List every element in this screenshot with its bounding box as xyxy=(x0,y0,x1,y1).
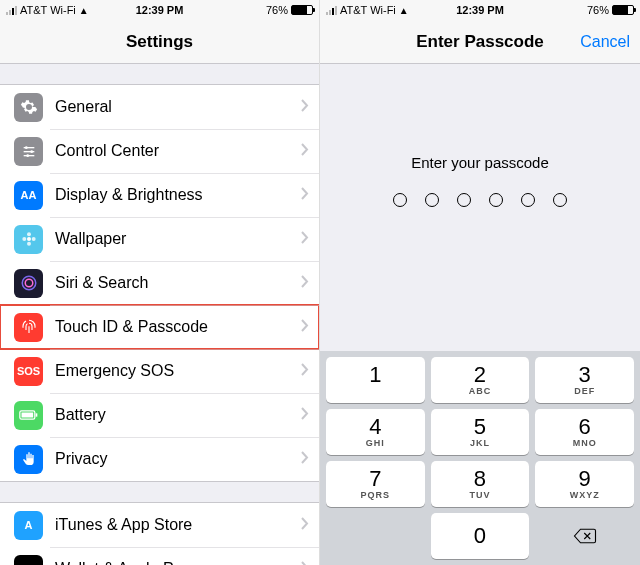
A-icon: A xyxy=(14,511,43,540)
settings-row[interactable]: SOSEmergency SOS xyxy=(0,349,319,393)
carrier-label: AT&T Wi-Fi xyxy=(340,4,396,16)
clock-label: 12:39 PM xyxy=(456,4,504,16)
battery-pct-label: 76% xyxy=(266,4,288,16)
chevron-right-icon xyxy=(301,406,309,424)
keypad-key-6[interactable]: 6MNO xyxy=(535,409,634,455)
flower-icon xyxy=(14,225,43,254)
svg-rect-1 xyxy=(23,147,34,148)
status-bar: AT&T Wi-Fi ▲ 12:39 PM 76% xyxy=(320,0,640,20)
passcode-dot xyxy=(553,193,567,207)
settings-list[interactable]: GeneralControl CenterAADisplay & Brightn… xyxy=(0,64,319,565)
passcode-dots xyxy=(393,193,567,207)
svg-point-7 xyxy=(27,232,31,236)
chevron-right-icon xyxy=(301,186,309,204)
key-letters: ABC xyxy=(469,386,492,396)
settings-row[interactable]: Wallet & Apple Pay xyxy=(0,547,319,565)
settings-row[interactable]: Touch ID & Passcode xyxy=(0,305,319,349)
key-letters: JKL xyxy=(470,438,490,448)
row-label: Touch ID & Passcode xyxy=(55,318,301,336)
svg-rect-5 xyxy=(23,155,34,156)
svg-point-8 xyxy=(27,242,31,246)
passcode-dot xyxy=(393,193,407,207)
siri-icon xyxy=(14,269,43,298)
battery-pct-label: 76% xyxy=(587,4,609,16)
svg-rect-3 xyxy=(23,151,34,152)
carrier-label: AT&T Wi-Fi xyxy=(20,4,76,16)
battery-icon xyxy=(14,401,43,430)
chevron-right-icon xyxy=(301,230,309,248)
key-number: 6 xyxy=(579,416,591,438)
status-bar: AT&T Wi-Fi ▲ 12:39 PM 76% xyxy=(0,0,319,20)
settings-row[interactable]: General xyxy=(0,85,319,129)
settings-screen: AT&T Wi-Fi ▲ 12:39 PM 76% Settings Gener… xyxy=(0,0,320,565)
settings-row[interactable]: Privacy xyxy=(0,437,319,481)
chevron-right-icon xyxy=(301,274,309,292)
keypad-key-9[interactable]: 9WXYZ xyxy=(535,461,634,507)
row-label: Wallet & Apple Pay xyxy=(55,560,301,565)
wifi-icon: ▲ xyxy=(79,5,89,16)
AA-icon: AA xyxy=(14,181,43,210)
keypad-key-8[interactable]: 8TUV xyxy=(431,461,530,507)
settings-row[interactable]: Battery xyxy=(0,393,319,437)
passcode-prompt: Enter your passcode xyxy=(411,154,549,171)
key-number: 2 xyxy=(474,364,486,386)
row-label: Control Center xyxy=(55,142,301,160)
chevron-right-icon xyxy=(301,362,309,380)
passcode-dot xyxy=(457,193,471,207)
battery-icon xyxy=(291,5,313,15)
key-letters: PQRS xyxy=(361,490,391,500)
backspace-icon xyxy=(573,527,597,545)
svg-point-11 xyxy=(22,276,36,290)
keypad-key-0[interactable]: 0 xyxy=(431,513,530,559)
keypad-key-7[interactable]: 7PQRS xyxy=(326,461,425,507)
svg-rect-15 xyxy=(35,413,37,416)
chevron-right-icon xyxy=(301,516,309,534)
hand-icon xyxy=(14,445,43,474)
svg-point-10 xyxy=(31,237,35,241)
clock-label: 12:39 PM xyxy=(136,4,184,16)
wifi-icon: ▲ xyxy=(399,5,409,16)
chevron-right-icon xyxy=(301,318,309,336)
svg-point-6 xyxy=(27,237,31,241)
sliders-icon xyxy=(14,137,43,166)
key-number: 1 xyxy=(369,364,381,386)
SOS-icon: SOS xyxy=(14,357,43,386)
keypad-key-2[interactable]: 2ABC xyxy=(431,357,530,403)
chevron-right-icon xyxy=(301,560,309,565)
passcode-dot xyxy=(425,193,439,207)
keypad-delete[interactable] xyxy=(535,513,634,559)
numeric-keypad: 1 2ABC3DEF4GHI5JKL6MNO7PQRS8TUV9WXYZ0 xyxy=(320,351,640,565)
chevron-right-icon xyxy=(301,98,309,116)
settings-row[interactable]: Siri & Search xyxy=(0,261,319,305)
battery-icon xyxy=(612,5,634,15)
keypad-key-4[interactable]: 4GHI xyxy=(326,409,425,455)
svg-rect-14 xyxy=(21,413,33,418)
svg-point-12 xyxy=(25,279,33,287)
row-label: Display & Brightness xyxy=(55,186,301,204)
chevron-right-icon xyxy=(301,450,309,468)
wallet-icon xyxy=(14,555,43,566)
key-letters: WXYZ xyxy=(570,490,600,500)
row-label: Siri & Search xyxy=(55,274,301,292)
cancel-button[interactable]: Cancel xyxy=(580,33,630,51)
key-number: 3 xyxy=(579,364,591,386)
svg-point-9 xyxy=(22,237,26,241)
key-number: 0 xyxy=(474,525,486,547)
settings-row[interactable]: Control Center xyxy=(0,129,319,173)
key-number: 8 xyxy=(474,468,486,490)
page-title: Enter Passcode xyxy=(416,32,544,52)
settings-row[interactable]: AiTunes & App Store xyxy=(0,503,319,547)
fingerprint-icon xyxy=(14,313,43,342)
nav-bar: Enter Passcode Cancel xyxy=(320,20,640,64)
passcode-dot xyxy=(489,193,503,207)
settings-row[interactable]: Wallpaper xyxy=(0,217,319,261)
key-number: 5 xyxy=(474,416,486,438)
keypad-key-5[interactable]: 5JKL xyxy=(431,409,530,455)
signal-icon xyxy=(6,6,17,15)
settings-row[interactable]: AADisplay & Brightness xyxy=(0,173,319,217)
row-label: Privacy xyxy=(55,450,301,468)
gear-icon xyxy=(14,93,43,122)
keypad-key-1[interactable]: 1 xyxy=(326,357,425,403)
keypad-key-3[interactable]: 3DEF xyxy=(535,357,634,403)
row-label: Battery xyxy=(55,406,301,424)
